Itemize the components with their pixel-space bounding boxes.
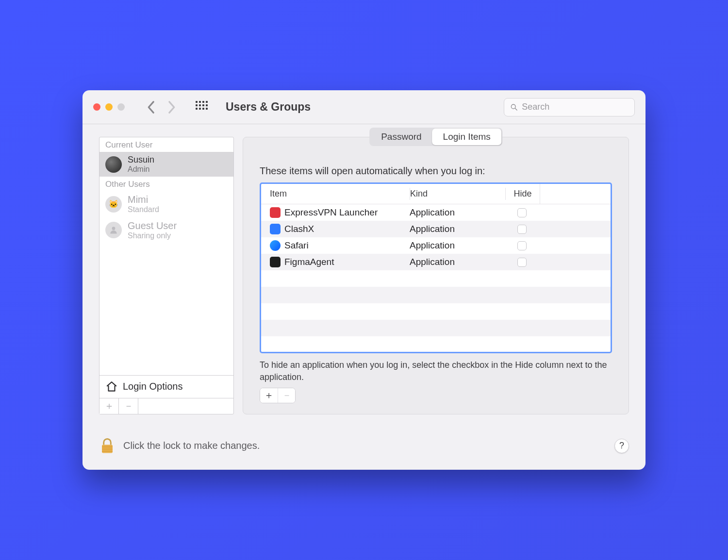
minimize-window-button[interactable] [105,103,113,111]
user-name: Guest User [128,220,177,231]
hide-checkbox[interactable] [517,258,527,267]
house-icon [105,380,118,393]
footer: Click the lock to make changes. ? [83,427,645,470]
person-icon [109,225,118,235]
close-window-button[interactable] [93,103,100,111]
search-icon [510,103,518,112]
svg-rect-5 [102,447,113,448]
back-button[interactable] [144,101,157,114]
user-role: Sharing only [128,231,177,240]
table-row-empty [261,287,611,303]
svg-rect-6 [102,449,113,450]
user-name: Susuin [128,155,154,165]
users-sidebar: Current User Susuin Admin Other Users 🐱 … [99,137,234,414]
search-field-wrap[interactable] [504,98,635,116]
main-panel: Password Login Items These items will op… [243,137,629,414]
other-users-section-label: Other Users [99,177,233,191]
avatar [105,156,122,173]
hide-checkbox[interactable] [517,225,527,234]
toolbar: Users & Groups [83,90,645,124]
add-user-button[interactable]: ＋ [99,398,119,414]
table-row-empty [261,320,611,336]
item-name: FigmaAgent [284,257,334,267]
avatar: 🐱 [105,196,122,213]
fullscreen-window-button[interactable] [117,103,125,111]
lock-icon[interactable] [99,438,116,454]
table-row-empty [261,303,611,320]
item-kind: Application [410,224,505,234]
search-input[interactable] [522,102,629,112]
sidebar-add-remove: ＋ － [99,398,233,414]
app-icon [270,224,281,234]
col-kind: Kind [410,189,505,199]
col-item: Item [261,189,410,199]
sidebar-user-guest[interactable]: Guest User Sharing only [99,217,233,243]
sidebar-user-mimi[interactable]: 🐱 Mimi Standard [99,191,233,217]
svg-point-2 [112,227,116,231]
svg-line-1 [515,108,517,110]
app-icon [270,207,281,218]
help-button[interactable]: ? [614,439,629,453]
login-items-table[interactable]: Item Kind Hide ExpressVPN LauncherApplic… [260,182,612,353]
app-icon [270,240,281,251]
table-row[interactable]: SafariApplication [261,237,611,254]
remove-login-item-button[interactable]: － [278,388,295,403]
login-items-add-remove: ＋ － [260,388,296,403]
table-row[interactable]: FigmaAgentApplication [261,254,611,270]
add-login-item-button[interactable]: ＋ [260,388,278,403]
chevron-right-icon [168,100,176,114]
table-row-empty [261,336,611,353]
current-user-section-label: Current User [99,137,233,152]
login-items-hint: To hide an application when you log in, … [260,359,612,383]
table-row-empty [261,270,611,287]
window-controls [93,103,125,111]
login-options-label: Login Options [123,381,182,392]
item-kind: Application [410,207,505,218]
item-name: ClashX [284,224,314,234]
user-name: Mimi [128,194,159,205]
chevron-left-icon [147,100,155,114]
table-header: Item Kind Hide [261,184,611,204]
item-name: ExpressVPN Launcher [284,207,378,218]
remove-user-button[interactable]: － [119,398,138,414]
prefs-window: Users & Groups Current User Susuin Admin… [83,90,645,470]
svg-rect-7 [102,451,113,452]
table-row[interactable]: ExpressVPN LauncherApplication [261,204,611,221]
login-options-button[interactable]: Login Options [99,375,233,398]
app-icon [270,257,281,267]
hide-checkbox[interactable] [517,241,527,250]
svg-rect-4 [102,446,113,446]
item-kind: Application [410,240,505,251]
item-name: Safari [284,240,309,251]
item-kind: Application [410,257,505,267]
user-role: Admin [128,165,154,174]
avatar [105,222,122,238]
sidebar-user-current[interactable]: Susuin Admin [99,152,233,177]
all-prefs-button[interactable] [196,101,208,114]
page-title: Users & Groups [226,100,311,114]
hide-checkbox[interactable] [517,208,527,217]
tab-login-items[interactable]: Login Items [432,129,501,145]
table-row[interactable]: ClashXApplication [261,221,611,237]
login-items-heading: These items will open automatically when… [260,165,612,177]
lock-hint: Click the lock to make changes. [123,440,260,451]
tab-password[interactable]: Password [370,129,432,145]
forward-button[interactable] [165,101,178,114]
tab-switcher: Password Login Items [369,128,502,146]
user-role: Standard [128,205,159,214]
col-hide: Hide [506,189,540,199]
